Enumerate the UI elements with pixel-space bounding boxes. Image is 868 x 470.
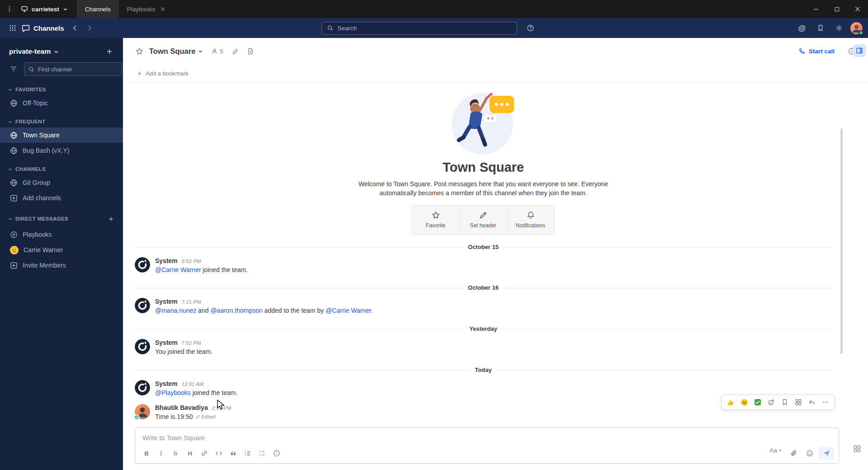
channel-filter-icon[interactable] [7, 63, 20, 75]
formatting-toolbar: B I S H [135, 445, 839, 463]
code-icon[interactable] [212, 447, 226, 460]
message-row[interactable]: System 7:21 PM @maria.nunez and @aaron.t… [123, 295, 844, 319]
section-channels[interactable]: CHANNELS [0, 165, 123, 175]
pencil-icon [479, 211, 487, 219]
settings-gear-icon[interactable] [832, 21, 846, 35]
globe-icon [10, 179, 18, 187]
global-search[interactable] [321, 22, 517, 35]
history-forward-button[interactable] [82, 21, 97, 35]
titlebar: carrietest Channels Playbooks [0, 0, 868, 18]
server-selector[interactable]: carrietest [19, 0, 77, 18]
sidebar-item-add-channels[interactable]: Add channels [0, 190, 123, 206]
message-row[interactable]: System 9:52 PM @Carrie Warner joined the… [123, 254, 844, 278]
channel-files-icon[interactable] [243, 44, 258, 58]
server-icon [21, 5, 28, 13]
reply-icon[interactable] [806, 396, 818, 408]
tab-close-icon[interactable] [160, 7, 165, 11]
sidebar-item-bug-bash[interactable]: Bug Bash (vX.Y) [0, 143, 123, 158]
favorite-star-icon[interactable] [132, 44, 146, 58]
intro-favorite-button[interactable]: Favorite [412, 205, 460, 235]
add-bookmark-button[interactable]: Add a bookmark [133, 68, 192, 79]
quote-icon[interactable] [226, 447, 240, 460]
channel-intro: Town Square Welcome to Town Square. Post… [123, 86, 844, 237]
tab-channels[interactable]: Channels [77, 0, 119, 18]
bold-icon[interactable]: B [140, 447, 153, 460]
sidebar-item-git-group[interactable]: Git Group [0, 175, 123, 190]
attach-file-icon[interactable] [787, 447, 801, 460]
channel-members-button[interactable]: 5 [208, 48, 226, 55]
right-rail-toggle-button[interactable] [853, 44, 866, 57]
emoji-picker-icon[interactable] [803, 447, 816, 460]
start-call-button[interactable]: Start call [794, 46, 839, 57]
message-input[interactable] [135, 428, 839, 445]
chevron-down-icon [63, 7, 68, 12]
message-row-hovered[interactable]: Bhautik Bavadiya 2:14 PM Time is 19:50 E… [123, 401, 844, 425]
window-maximize-button[interactable] [826, 0, 847, 18]
mention-link[interactable]: @aaron.thompson [210, 307, 262, 314]
reaction-grinning[interactable] [738, 396, 750, 408]
save-message-icon[interactable] [778, 396, 791, 408]
show-formatting-icon[interactable]: Aa [767, 447, 785, 460]
message-row[interactable]: System 7:52 PM You joined the team. [123, 336, 844, 360]
message-list[interactable]: Town Square Welcome to Town Square. Post… [123, 83, 844, 425]
reaction-white-check-mark[interactable] [751, 396, 764, 408]
send-button[interactable] [819, 447, 834, 460]
bookmarks-bar: Add a bookmark [123, 64, 868, 83]
sidebar-item-playbooks-dm[interactable]: Playbooks [0, 227, 123, 242]
sidebar-item-town-square[interactable]: Town Square [0, 127, 123, 143]
more-actions-icon[interactable] [819, 396, 832, 408]
italic-icon[interactable]: I [154, 447, 168, 460]
sidebar-item-off-topic[interactable]: Off-Topic [0, 95, 123, 111]
system-avatar [135, 339, 150, 354]
pinned-posts-icon[interactable] [228, 44, 242, 58]
chevron-down-icon [8, 120, 12, 124]
chevron-down-icon [8, 167, 12, 171]
channel-sidebar: private-team FAV [0, 38, 123, 470]
find-channel-box[interactable] [24, 62, 122, 76]
product-switcher-icon[interactable] [5, 21, 20, 35]
apps-actions-icon[interactable] [792, 396, 805, 408]
search-input[interactable] [337, 25, 511, 32]
formatting-help-icon[interactable] [270, 447, 283, 460]
find-channel-input[interactable] [38, 66, 118, 73]
section-favorites[interactable]: FAVORITES [0, 86, 123, 95]
add-direct-message-button[interactable] [106, 214, 116, 224]
bulleted-list-icon[interactable] [241, 447, 255, 460]
numbered-list-icon[interactable]: 12 [255, 447, 269, 460]
mention-link[interactable]: @Playbooks [155, 389, 191, 396]
app-menu-icon[interactable] [0, 0, 19, 18]
tab-playbooks[interactable]: Playbooks [119, 0, 173, 18]
chat-icon [22, 24, 30, 32]
mention-link[interactable]: @Carrie Warner [155, 266, 201, 273]
window-close-button[interactable] [847, 0, 868, 18]
window-minimize-button[interactable] [806, 0, 826, 18]
section-direct-messages[interactable]: DIRECT MESSAGES [0, 213, 123, 227]
reaction-thumbs-up[interactable] [724, 396, 737, 408]
mentions-icon[interactable]: @ [795, 21, 809, 35]
help-icon[interactable] [523, 21, 538, 35]
mention-link[interactable]: @maria.nunez [155, 307, 196, 314]
add-reaction-icon[interactable] [765, 396, 778, 408]
members-icon [211, 48, 218, 55]
section-frequent[interactable]: FREQUENT [0, 118, 123, 127]
history-back-button[interactable] [68, 21, 82, 35]
date-divider: October 15 [123, 243, 844, 252]
user-message-avatar[interactable] [135, 404, 150, 419]
intro-notifications-button[interactable]: Notifications [507, 205, 555, 235]
team-selector[interactable]: private-team [9, 47, 59, 56]
intro-set-header-button[interactable]: Set header [459, 205, 507, 235]
sidebar-item-invite-members[interactable]: Invite Members [0, 258, 123, 273]
apps-grid-icon[interactable] [853, 445, 861, 453]
heading-icon[interactable]: H [183, 447, 197, 460]
edited-indicator[interactable]: Edited [196, 414, 216, 420]
link-icon[interactable] [198, 447, 211, 460]
scrollbar-thumb[interactable] [840, 128, 843, 354]
mention-link[interactable]: @Carrie Warner [326, 307, 371, 314]
user-avatar[interactable] [850, 22, 863, 34]
channel-title-dropdown[interactable]: Town Square [147, 47, 207, 56]
sidebar-item-carrie-warner[interactable]: Carrie Warner [0, 242, 123, 258]
date-divider: Yesterday [123, 324, 844, 334]
add-channel-plus-button[interactable] [103, 45, 116, 58]
strikethrough-icon[interactable]: S [169, 447, 182, 460]
saved-posts-icon[interactable] [813, 21, 828, 35]
